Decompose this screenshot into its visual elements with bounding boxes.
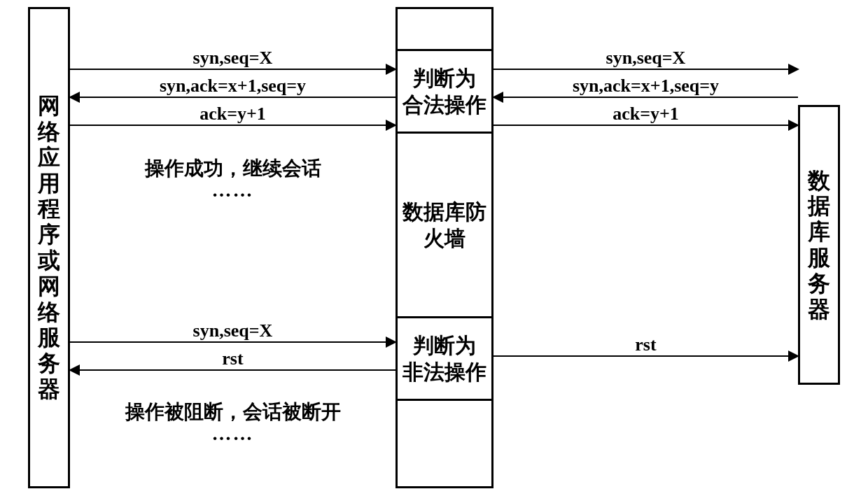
mid-legal-line1: 判断为 bbox=[413, 65, 476, 92]
msg-legal-r3: ack=y+1 bbox=[493, 104, 798, 125]
right-actor-char: 务 bbox=[808, 271, 830, 297]
left-actor-char: 用 bbox=[38, 171, 60, 197]
left-actor-box: 网 络 应 用 程 序 或 网 络 服 务 器 bbox=[28, 7, 70, 488]
mid-cell-firewall: 数据库防 火墙 bbox=[398, 132, 491, 316]
mid-fw-line2: 火墙 bbox=[424, 225, 465, 252]
mid-cell-illegal: 判断为 非法操作 bbox=[398, 316, 491, 399]
right-actor-char: 据 bbox=[808, 193, 830, 219]
mid-illegal-line2: 非法操作 bbox=[402, 359, 486, 385]
msg-legal-l1: syn,seq=X bbox=[70, 48, 396, 69]
left-actor-char: 应 bbox=[38, 145, 60, 171]
mid-legal-line2: 合法操作 bbox=[402, 92, 486, 118]
mid-fw-line1: 数据库防 bbox=[402, 199, 486, 225]
mid-illegal-line1: 判断为 bbox=[413, 332, 476, 359]
right-actor-char: 数 bbox=[808, 168, 830, 194]
msg-illegal-l1: syn,seq=X bbox=[70, 320, 396, 341]
status-blocked: 操作被阻断，会话被断开 bbox=[70, 399, 396, 425]
msg-legal-r2: syn,ack=x+1,seq=y bbox=[493, 76, 798, 97]
arrow-legal-r3 bbox=[493, 125, 798, 126]
msg-legal-l3: ack=y+1 bbox=[70, 104, 396, 125]
msg-legal-l2: syn,ack=x+1,seq=y bbox=[70, 76, 396, 97]
msg-illegal-r: rst bbox=[493, 334, 798, 355]
arrow-illegal-l2 bbox=[70, 369, 396, 371]
arrow-legal-r2 bbox=[493, 97, 798, 98]
left-actor-char: 网 bbox=[38, 93, 60, 119]
status-blocked-dots: …… bbox=[70, 423, 396, 445]
arrow-illegal-r bbox=[493, 355, 798, 357]
mid-cell-legal: 判断为 合法操作 bbox=[398, 49, 491, 132]
right-actor-char: 库 bbox=[808, 219, 830, 245]
arrow-legal-l3 bbox=[70, 125, 396, 126]
left-actor-char: 序 bbox=[38, 222, 60, 248]
left-actor-char: 络 bbox=[38, 299, 60, 325]
status-success-dots: …… bbox=[70, 179, 396, 201]
msg-legal-r1: syn,seq=X bbox=[493, 48, 798, 69]
left-actor-char: 或 bbox=[38, 248, 60, 274]
arrow-illegal-l1 bbox=[70, 341, 396, 343]
right-actor-char: 器 bbox=[808, 297, 830, 323]
right-actor-char: 服 bbox=[808, 245, 830, 271]
left-actor-char: 程 bbox=[38, 196, 60, 222]
mid-blank-bottom bbox=[398, 399, 491, 488]
right-actor-box: 数 据 库 服 务 器 bbox=[798, 105, 840, 385]
arrow-legal-r1 bbox=[493, 69, 798, 70]
arrow-legal-l1 bbox=[70, 69, 396, 70]
msg-illegal-l2: rst bbox=[70, 348, 396, 369]
left-actor-char: 网 bbox=[38, 274, 60, 299]
left-actor-char: 络 bbox=[38, 119, 60, 145]
left-actor-char: 务 bbox=[38, 350, 60, 376]
mid-blank-top bbox=[398, 7, 491, 49]
arrow-legal-l2 bbox=[70, 97, 396, 98]
middle-column: 判断为 合法操作 数据库防 火墙 判断为 非法操作 bbox=[396, 7, 493, 488]
left-actor-char: 服 bbox=[38, 325, 60, 350]
status-success: 操作成功，继续会话 bbox=[70, 155, 396, 182]
left-actor-char: 器 bbox=[38, 376, 60, 402]
